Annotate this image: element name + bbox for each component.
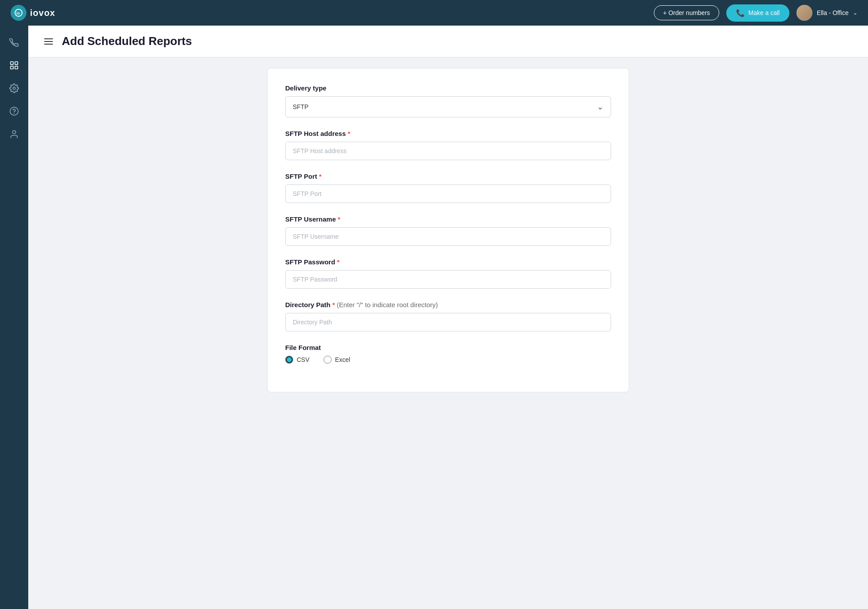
user-menu[interactable]: Ella - Office ⌄ — [796, 5, 857, 21]
sidebar-item-phone[interactable] — [4, 33, 24, 52]
phone-icon: 📞 — [736, 9, 745, 17]
logo-text: iovox — [30, 8, 55, 18]
delivery-type-group: Delivery type SFTP ⌄ — [285, 84, 611, 117]
topnav-right: + Order numbers 📞 Make a call Ella - Off… — [654, 4, 857, 22]
settings-icon — [9, 83, 19, 93]
svg-point-9 — [12, 131, 15, 134]
sftp-port-label: SFTP Port * — [285, 173, 611, 180]
sftp-username-input[interactable] — [285, 227, 611, 246]
sidebar — [0, 26, 28, 609]
user-avatar — [796, 5, 812, 21]
file-format-group: File Format CSV Excel — [285, 344, 611, 364]
required-marker: * — [337, 258, 340, 266]
logo: io iovox — [11, 5, 55, 21]
required-marker: * — [319, 173, 321, 180]
sftp-port-group: SFTP Port * — [285, 173, 611, 203]
directory-path-input[interactable] — [285, 313, 611, 331]
sidebar-item-reports[interactable] — [4, 56, 24, 75]
chevron-down-icon: ⌄ — [853, 10, 857, 16]
svg-rect-2 — [11, 62, 13, 64]
sidebar-item-help[interactable] — [4, 102, 24, 121]
svg-point-7 — [10, 107, 18, 115]
topnav: io iovox + Order numbers 📞 Make a call E… — [0, 0, 868, 26]
sftp-password-label: SFTP Password * — [285, 258, 611, 266]
grid-icon — [9, 60, 19, 70]
radio-excel[interactable] — [324, 356, 332, 364]
sftp-username-group: SFTP Username * — [285, 215, 611, 246]
sftp-host-input[interactable] — [285, 142, 611, 160]
required-marker: * — [347, 130, 350, 137]
sftp-password-input[interactable] — [285, 270, 611, 289]
svg-rect-5 — [15, 66, 18, 69]
hamburger-line-1 — [44, 38, 53, 39]
logo-icon: io — [11, 5, 26, 21]
required-marker: * — [332, 301, 335, 308]
hamburger-line-2 — [44, 41, 53, 42]
help-icon — [9, 106, 19, 116]
directory-path-group: Directory Path * (Enter "/" to indicate … — [285, 301, 611, 331]
page-title: Add Scheduled Reports — [62, 34, 192, 48]
content-area: Add Scheduled Reports Delivery type SFTP… — [28, 26, 868, 609]
hamburger-button[interactable] — [42, 37, 55, 46]
radio-csv[interactable] — [285, 356, 293, 364]
phone-icon — [9, 38, 19, 47]
radio-option-csv[interactable]: CSV — [285, 356, 309, 364]
svg-text:io: io — [16, 11, 20, 15]
delivery-type-select-wrapper: SFTP ⌄ — [285, 96, 611, 117]
order-numbers-button[interactable]: + Order numbers — [654, 5, 719, 20]
sidebar-item-settings[interactable] — [4, 79, 24, 98]
form-card: Delivery type SFTP ⌄ SFTP Host address * — [267, 68, 629, 392]
sidebar-item-user[interactable] — [4, 124, 24, 144]
delivery-type-value: SFTP — [293, 103, 309, 110]
directory-path-hint: (Enter "/" to indicate root directory) — [337, 301, 438, 308]
radio-csv-label: CSV — [297, 356, 309, 363]
delivery-type-select[interactable]: SFTP ⌄ — [285, 96, 611, 117]
page-header: Add Scheduled Reports — [28, 26, 868, 57]
form-container: Delivery type SFTP ⌄ SFTP Host address * — [28, 57, 868, 403]
user-name: Ella - Office — [817, 9, 849, 16]
radio-excel-label: Excel — [335, 356, 350, 363]
sftp-host-label: SFTP Host address * — [285, 130, 611, 137]
main-layout: Add Scheduled Reports Delivery type SFTP… — [0, 26, 868, 609]
svg-point-6 — [13, 87, 15, 90]
required-marker: * — [338, 215, 340, 223]
sftp-username-label: SFTP Username * — [285, 215, 611, 223]
svg-rect-4 — [11, 66, 13, 69]
sftp-port-input[interactable] — [285, 184, 611, 203]
file-format-label: File Format — [285, 344, 611, 351]
directory-path-label: Directory Path * (Enter "/" to indicate … — [285, 301, 611, 308]
make-call-button[interactable]: 📞 Make a call — [726, 4, 789, 22]
avatar-image — [796, 5, 812, 21]
delivery-type-label: Delivery type — [285, 84, 611, 92]
svg-rect-3 — [15, 62, 18, 64]
sftp-host-group: SFTP Host address * — [285, 130, 611, 160]
sftp-password-group: SFTP Password * — [285, 258, 611, 289]
user-circle-icon — [9, 129, 19, 139]
radio-option-excel[interactable]: Excel — [324, 356, 350, 364]
file-format-radio-group: CSV Excel — [285, 356, 611, 364]
chevron-down-icon: ⌄ — [597, 102, 604, 112]
hamburger-line-3 — [44, 44, 53, 45]
